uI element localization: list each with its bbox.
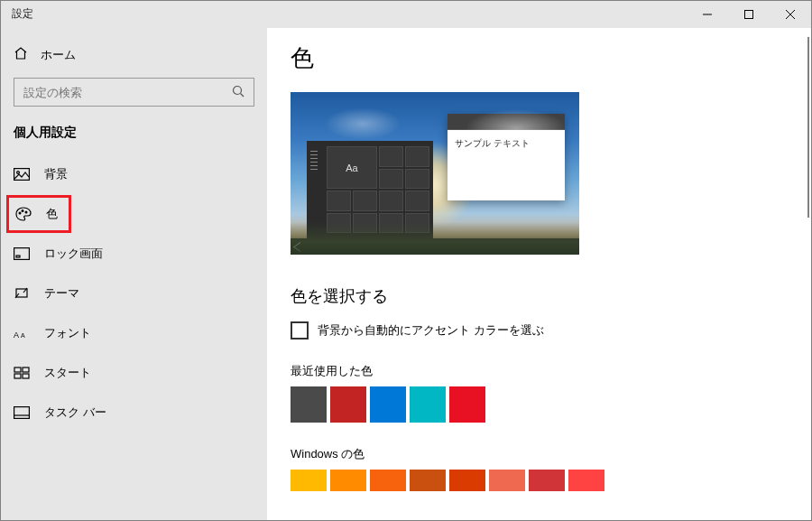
palette-icon [15, 207, 32, 221]
svg-text:A: A [14, 330, 19, 340]
preview-taskbar [291, 238, 579, 255]
svg-rect-16 [14, 367, 21, 372]
search-field[interactable] [23, 86, 211, 99]
auto-accent-label: 背景から自動的にアクセント カラーを選ぶ [318, 322, 544, 339]
preview-tile-aa: Aa [327, 146, 377, 189]
lockscreen-icon [14, 247, 30, 261]
sidebar-item-lockscreen[interactable]: ロック画面 [1, 235, 267, 273]
start-icon [14, 366, 30, 380]
page-title: 色 [291, 42, 811, 74]
svg-point-7 [17, 172, 20, 174]
sidebar-item-label: テーマ [44, 285, 79, 302]
sidebar: ホーム 個人用設定 背景 [1, 28, 267, 520]
home-label: ホーム [41, 47, 76, 63]
home-icon [14, 46, 28, 63]
color-swatch[interactable] [449, 386, 485, 423]
color-swatch[interactable] [410, 386, 446, 423]
search-input[interactable] [14, 78, 254, 107]
windows-colors-label: Windows の色 [291, 446, 811, 462]
svg-rect-18 [14, 374, 21, 378]
main-panel: 色 Aa サンプル テキスト 色を選択する [267, 28, 811, 520]
sidebar-item-label: フォント [44, 325, 91, 341]
picture-icon [14, 167, 30, 181]
taskbar-icon [14, 405, 30, 420]
svg-text:A: A [21, 332, 25, 339]
svg-point-8 [19, 212, 21, 214]
search-icon [232, 85, 245, 100]
title-bar: 設定 [1, 1, 811, 28]
color-swatch[interactable] [291, 386, 327, 423]
sidebar-item-label: ロック画面 [44, 246, 103, 262]
auto-accent-checkbox-row[interactable]: 背景から自動的にアクセント カラーを選ぶ [291, 321, 811, 340]
svg-rect-1 [745, 11, 753, 19]
color-swatch[interactable] [529, 470, 565, 491]
svg-rect-19 [23, 374, 29, 378]
choose-color-heading: 色を選択する [291, 285, 811, 307]
recent-colors-label: 最近使用した色 [291, 363, 811, 379]
font-icon: A A [14, 326, 30, 340]
sidebar-item-colors[interactable]: 色 [6, 195, 71, 233]
windows-colors [291, 470, 811, 491]
maximize-button[interactable] [728, 1, 770, 28]
color-swatch[interactable] [291, 470, 327, 491]
checkbox-icon[interactable] [291, 321, 309, 340]
sidebar-item-start[interactable]: スタート [1, 354, 267, 392]
svg-rect-20 [14, 407, 30, 419]
color-swatch[interactable] [330, 470, 366, 491]
color-swatch[interactable] [449, 470, 485, 491]
sidebar-item-label: 色 [46, 206, 58, 222]
recent-colors [291, 386, 811, 423]
sidebar-item-label: 背景 [44, 166, 68, 182]
sidebar-item-label: タスク バー [44, 405, 106, 421]
theme-icon [14, 286, 30, 301]
svg-rect-17 [23, 367, 29, 372]
scrollbar[interactable] [807, 37, 809, 218]
preview-start-menu: Aa [307, 141, 433, 238]
color-swatch[interactable] [330, 386, 366, 423]
sidebar-item-taskbar[interactable]: タスク バー [1, 394, 267, 432]
svg-rect-12 [16, 256, 20, 257]
svg-point-9 [22, 210, 23, 212]
color-swatch[interactable] [568, 470, 604, 491]
preview-window: サンプル テキスト [448, 114, 565, 200]
minimize-button[interactable] [687, 1, 728, 28]
sidebar-item-fonts[interactable]: A A フォント [1, 314, 267, 352]
sidebar-item-background[interactable]: 背景 [1, 155, 267, 193]
close-button[interactable] [770, 1, 811, 28]
sidebar-item-themes[interactable]: テーマ [1, 274, 267, 312]
svg-point-4 [234, 86, 242, 94]
theme-preview: Aa サンプル テキスト [291, 92, 579, 255]
window-title: 設定 [1, 6, 33, 22]
svg-line-5 [241, 93, 245, 97]
color-swatch[interactable] [410, 470, 446, 491]
color-swatch[interactable] [489, 470, 525, 491]
preview-sample-text: サンプル テキスト [448, 130, 565, 157]
svg-point-10 [25, 211, 27, 213]
home-link[interactable]: ホーム [1, 37, 267, 72]
window-controls [687, 1, 811, 27]
sidebar-item-label: スタート [44, 365, 91, 381]
color-swatch[interactable] [370, 386, 406, 423]
color-swatch[interactable] [370, 470, 406, 491]
section-title: 個人用設定 [1, 119, 267, 154]
